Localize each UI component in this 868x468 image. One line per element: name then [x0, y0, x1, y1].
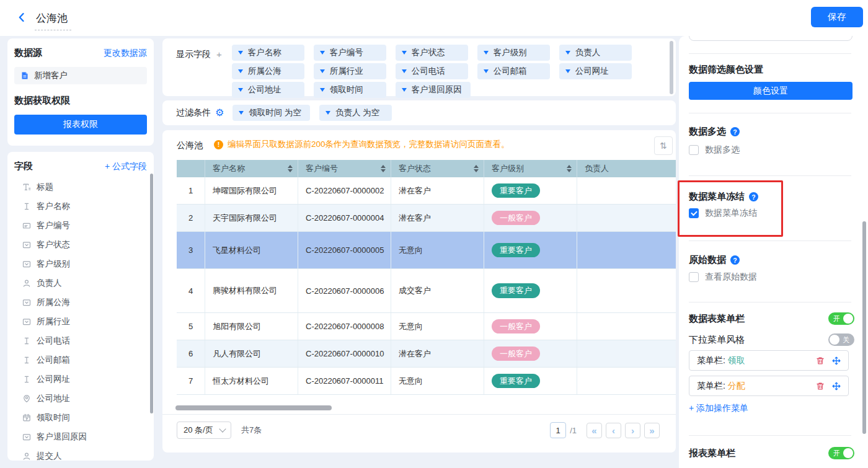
display-fields-text: 显示字段 — [176, 49, 211, 90]
truncated-input[interactable] — [689, 36, 852, 41]
cell-owner — [577, 340, 676, 367]
page-size-select[interactable]: 20 条/页 — [177, 422, 231, 439]
next-page-button[interactable]: › — [625, 423, 640, 438]
display-field-chip[interactable]: 所属行业 — [314, 63, 386, 79]
multi-select-checkbox-row[interactable]: 数据多选 — [689, 144, 740, 156]
field-item[interactable]: 客户编号 — [14, 216, 147, 235]
table-horizontal-scrollbar[interactable] — [175, 405, 332, 410]
report-permission-button[interactable]: 报表权限 — [14, 115, 147, 135]
column-header[interactable]: 负责人 — [577, 160, 676, 177]
help-icon[interactable] — [749, 192, 758, 201]
report-menu-toggle[interactable]: 开 — [828, 447, 854, 459]
page-scrollbar[interactable] — [862, 221, 866, 434]
back-icon[interactable] — [16, 12, 27, 23]
field-item[interactable]: 客户名称 — [14, 196, 147, 216]
display-field-chip[interactable]: 公司地址 — [232, 82, 304, 98]
display-field-chip[interactable]: 客户状态 — [396, 45, 468, 61]
column-header-label: 客户级别 — [492, 163, 524, 174]
cell-customer-code: C-20220607-0000006 — [298, 269, 391, 312]
move-icon[interactable] — [832, 356, 841, 365]
sort-arrows-icon[interactable] — [288, 165, 293, 172]
column-header[interactable]: 客户级别 — [484, 160, 577, 177]
checkbox-checked[interactable] — [689, 208, 699, 218]
add-formula-field-link[interactable]: + 公式字段 — [105, 161, 147, 172]
middle-scrollbar[interactable] — [670, 41, 673, 94]
trash-icon[interactable] — [816, 382, 825, 391]
fields-scrollbar[interactable] — [150, 174, 153, 413]
field-item[interactable]: 客户退回原因 — [14, 427, 147, 446]
first-page-button[interactable]: « — [587, 423, 602, 438]
table-row[interactable]: 4腾骏材料有限公司C-20220607-0000006成交客户重要客户 — [177, 269, 676, 313]
display-field-chip[interactable]: 公司电话 — [396, 63, 468, 79]
chip-label: 负责人 — [575, 47, 601, 58]
display-field-chip[interactable]: 负责人 — [559, 45, 632, 61]
add-action-menu-link[interactable]: + 添加操作菜单 — [689, 403, 748, 414]
field-item[interactable]: 公司地址 — [14, 389, 147, 408]
field-label: 公司网址 — [37, 374, 70, 385]
table-menu-toggle[interactable]: 开 — [828, 312, 854, 325]
table-row[interactable]: 7恒太方材料公司C-20220607-0000011无意向重要客户 — [177, 368, 676, 395]
help-icon[interactable] — [730, 127, 740, 136]
display-field-chip[interactable]: 所属公海 — [232, 63, 304, 79]
column-header[interactable]: 客户名称 — [205, 160, 298, 177]
fields-title: 字段 — [14, 161, 33, 172]
field-item[interactable]: 公司电话 — [14, 331, 147, 350]
divider — [689, 175, 851, 176]
prev-page-button[interactable]: ‹ — [606, 423, 621, 438]
field-item[interactable]: 所属行业 — [14, 312, 147, 331]
last-page-button[interactable]: » — [644, 423, 660, 438]
action-menu-item[interactable]: 菜单栏: 领取 — [689, 350, 849, 371]
raw-data-checkbox-row[interactable]: 查看原始数据 — [689, 272, 757, 283]
trash-icon[interactable] — [816, 356, 825, 365]
field-item[interactable]: 领取时间 — [14, 408, 147, 427]
action-menu-item[interactable]: 菜单栏: 分配 — [689, 376, 849, 396]
sort-order-button[interactable]: ⇅ — [654, 136, 673, 155]
field-item[interactable]: 负责人 — [14, 273, 147, 293]
help-icon[interactable] — [730, 255, 740, 265]
dropdown-style-toggle[interactable]: 关 — [828, 333, 854, 346]
table-row[interactable]: 6凡人有限公司C-20220607-0000010潜在客户一般客户 — [177, 340, 676, 368]
field-item[interactable]: 提交人 — [14, 446, 147, 461]
display-field-chip[interactable]: 客户名称 — [232, 45, 304, 61]
checkbox-unchecked[interactable] — [689, 272, 699, 282]
sort-arrows-icon[interactable] — [474, 165, 479, 172]
gear-icon[interactable]: ⚙ — [215, 108, 224, 118]
display-field-chip[interactable]: 客户编号 — [314, 45, 386, 61]
dropdown-style-label: 下拉菜单风格 — [689, 334, 745, 346]
change-datasource-link[interactable]: 更改数据源 — [104, 48, 147, 59]
add-display-field-button[interactable]: + — [216, 49, 222, 90]
field-label: 领取时间 — [37, 412, 70, 423]
display-field-chip[interactable]: 领取时间 — [314, 82, 386, 98]
move-icon[interactable] — [832, 382, 841, 391]
level-badge: 重要客户 — [492, 183, 540, 198]
datasource-item[interactable]: 新增客户 — [14, 67, 147, 84]
field-item[interactable]: 公司邮箱 — [14, 350, 147, 369]
field-item[interactable]: 公司网址 — [14, 369, 147, 389]
page-title[interactable]: 公海池 — [35, 10, 71, 30]
field-item[interactable]: 客户级别 — [14, 254, 147, 273]
sort-arrows-icon[interactable] — [381, 165, 386, 172]
color-setting-button[interactable]: 颜色设置 — [689, 82, 852, 100]
field-item[interactable]: 客户状态 — [14, 235, 147, 254]
checkbox-unchecked[interactable] — [689, 145, 699, 155]
filter-condition-chip[interactable]: 领取时间 为空 — [232, 105, 310, 121]
display-field-chip[interactable]: 公司邮箱 — [477, 63, 550, 79]
menu-freeze-checkbox-row[interactable]: 数据菜单冻结 — [689, 208, 757, 219]
pagination: 20 条/页 共7条 1 /1 « ‹ › » — [177, 418, 660, 443]
filter-condition-chip[interactable]: 负责人 为空 — [319, 105, 392, 121]
display-field-chip[interactable]: 客户级别 — [477, 45, 550, 61]
table-row[interactable]: 2天宇国际有限公司C-20220607-0000004潜在客户一般客户 — [177, 205, 676, 232]
display-field-chip[interactable]: 客户退回原因 — [396, 82, 471, 98]
sort-arrows-icon[interactable] — [567, 165, 572, 172]
save-button[interactable]: 保存 — [811, 7, 863, 27]
field-item[interactable]: 标题 — [14, 177, 147, 196]
field-label: 公司邮箱 — [37, 355, 70, 366]
column-header[interactable]: 客户编号 — [298, 160, 391, 177]
table-row[interactable]: 5旭阳有限公司C-20220607-0000008无意向一般客户 — [177, 313, 676, 340]
table-row[interactable]: 1坤曜国际有限公司C-20220607-0000002潜在客户重要客户 — [177, 177, 676, 205]
table-row[interactable]: 3飞星材料公司C-20220607-0000005无意向重要客户 — [177, 232, 676, 269]
current-page-input[interactable]: 1 — [550, 422, 566, 438]
field-item[interactable]: 所属公海 — [14, 293, 147, 312]
display-field-chip[interactable]: 公司网址 — [559, 63, 632, 79]
column-header[interactable]: 客户状态 — [391, 160, 484, 177]
